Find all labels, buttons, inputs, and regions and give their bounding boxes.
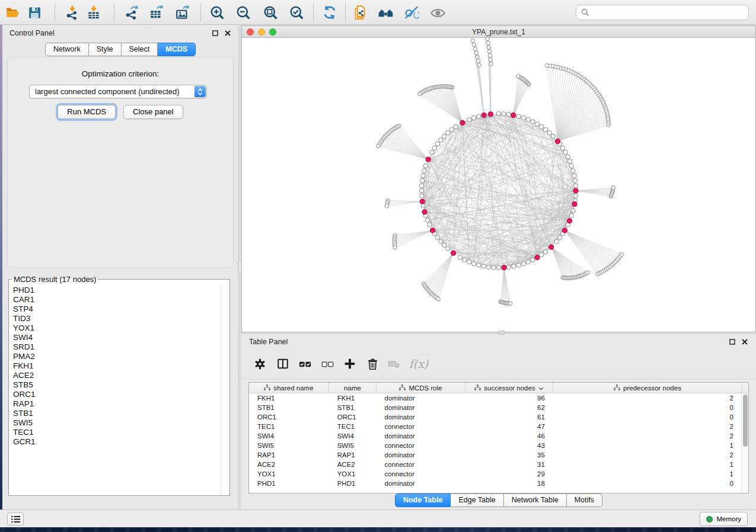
function-builder-button[interactable]: f(x) [406,355,431,373]
search-input[interactable] [592,8,744,17]
float-panel-icon[interactable] [729,338,736,345]
table-cell: 0 [553,404,741,411]
window-zoom-button[interactable] [269,28,276,36]
delete-column-button[interactable] [363,355,381,373]
clear-table-button[interactable] [385,355,403,373]
mcds-result-item[interactable]: FKH1 [13,361,217,371]
gear-icon [254,358,266,370]
import-table-button[interactable] [84,3,103,22]
zoom-in-button[interactable] [208,3,227,22]
open-file-button[interactable] [4,3,23,22]
table-cell: ACE2 [329,461,377,468]
refresh-button[interactable] [320,3,339,22]
table-row[interactable]: SWI5SWI5connector431 [249,441,741,450]
mcds-result-item[interactable]: GCR1 [13,437,217,447]
tab-network-table[interactable]: Network Table [504,493,567,507]
import-network-button[interactable] [63,3,82,22]
network-canvas[interactable] [242,38,755,332]
mcds-result-item[interactable]: ORC1 [13,390,217,399]
deselect-all-button[interactable] [318,355,336,373]
mcds-result-list[interactable]: PHD1CAR1STP4TID3YOX1SWI4SRD1PMA2FKH1ACE2… [9,285,221,495]
table-row[interactable]: SWI4SWI4dominator462 [249,431,741,441]
search-network-button[interactable] [376,3,395,22]
tab-network[interactable]: Network [45,43,89,56]
clone-network-button[interactable] [351,3,370,22]
tab-node-table[interactable]: Node Table [395,493,451,507]
table-scrollbar-thumb[interactable] [743,395,748,447]
column-header-successor-nodes[interactable]: successor nodes [465,383,553,393]
mcds-result-item[interactable]: TID3 [13,314,217,323]
window-close-button[interactable] [247,28,254,36]
tab-style[interactable]: Style [89,43,122,56]
table-scrollbar-track[interactable] [741,393,748,493]
mcds-result-item[interactable]: SRD1 [13,342,217,352]
mcds-result-item[interactable]: YOX1 [13,323,217,333]
zoom-selected-button[interactable] [287,3,306,22]
column-header-name[interactable]: name [329,383,377,393]
mcds-result-item[interactable]: ACE2 [13,371,217,380]
export-table-button[interactable] [147,3,166,22]
table-settings-button[interactable] [251,355,269,373]
table-row[interactable]: TEC1TEC1connector472 [249,422,741,431]
mcds-result-item[interactable]: CAR1 [13,295,217,305]
tab-motifs[interactable]: Motifs [567,493,602,507]
control-panel-header: Control Panel [2,25,238,41]
table-row[interactable]: RAP1RAP1dominator352 [249,450,741,460]
add-column-button[interactable] [341,355,359,373]
table-cell: YOX1 [329,470,377,477]
table-cell: 2 [553,451,741,459]
table-row[interactable]: STB1STB1dominator620 [249,403,741,412]
mcds-result-item[interactable]: STB5 [13,380,217,390]
table-row[interactable]: FKH1FKH1dominator962 [249,393,741,403]
float-panel-icon[interactable] [212,30,219,37]
table-cell: FKH1 [329,395,377,402]
main-toolbar [0,0,756,25]
criterion-value: largest connected component (undirected) [35,87,180,96]
desktop-wallpaper: Control Panel NetworkStyleSelectMCDS Opt… [0,0,756,532]
result-scrollbar-track[interactable] [221,285,229,495]
memory-button[interactable]: Memory [700,512,748,526]
column-header-predecessor-nodes[interactable]: predecessor nodes [553,383,742,393]
table-row[interactable]: PHD1PHD1dominator180 [249,479,741,488]
mcds-result-item[interactable]: SWI5 [13,418,217,428]
mcds-result-item[interactable]: SWI4 [13,333,217,342]
column-visibility-button[interactable] [274,355,292,373]
export-image-button[interactable] [173,3,192,22]
table-row[interactable]: YOX1YOX1connector291 [249,469,741,479]
mcds-result-item[interactable]: STP4 [13,305,217,314]
zoom-fit-button[interactable] [261,3,280,22]
select-all-icon [298,357,312,371]
refresh-icon [322,5,337,20]
close-panel-button[interactable]: Close panel [123,105,183,119]
tree-icon [399,384,406,392]
close-panel-icon[interactable] [224,30,231,37]
window-minimize-button[interactable] [258,28,265,36]
export-network-button[interactable] [122,3,141,22]
trash-icon [366,358,379,370]
tab-edge-table[interactable]: Edge Table [451,493,503,507]
save-button[interactable] [25,3,44,22]
column-header-shared-name[interactable]: shared name [249,383,329,393]
mcds-result-item[interactable]: TEC1 [13,428,217,437]
close-panel-icon[interactable] [741,338,748,345]
tree-icon [264,384,270,392]
column-header-MCDS-role[interactable]: MCDS role [377,383,465,393]
zoom-out-button[interactable] [234,3,253,22]
mcds-result-item[interactable]: STB1 [13,409,217,418]
table-row[interactable]: ACE2ACE2connector311 [249,460,741,469]
criterion-select[interactable]: largest connected component (undirected) [29,85,207,98]
mcds-result-item[interactable]: PHD1 [13,286,217,295]
mcds-result-item[interactable]: RAP1 [13,399,217,409]
mcds-result-item[interactable]: PMA2 [13,352,217,361]
tree-icon [614,384,620,392]
table-cell: 96 [465,395,553,402]
hide-selected-button[interactable] [402,3,421,22]
select-all-button[interactable] [296,355,314,373]
run-mcds-button[interactable]: Run MCDS [58,105,116,119]
table-row[interactable]: ORC1ORC1dominator610 [249,412,741,422]
tab-mcds[interactable]: MCDS [158,43,196,56]
app-window: Control Panel NetworkStyleSelectMCDS Opt… [0,0,756,527]
welcome-screen-button[interactable] [7,512,24,525]
show-hidden-button[interactable] [428,3,447,22]
tab-select[interactable]: Select [122,43,158,56]
